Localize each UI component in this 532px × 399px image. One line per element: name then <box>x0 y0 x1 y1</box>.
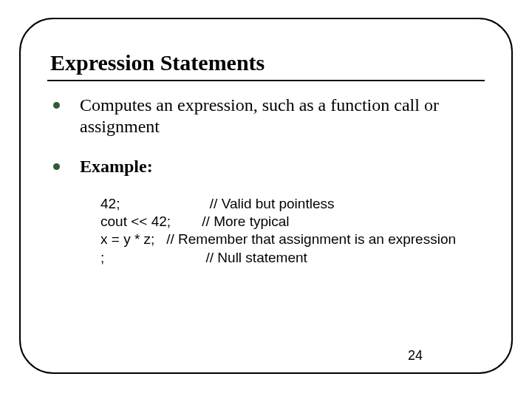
bullet-text: Example: <box>80 157 153 176</box>
bullet-item: Computes an expression, such as a functi… <box>47 95 485 138</box>
slide-frame: Expression Statements Computes an expres… <box>19 18 513 374</box>
title-underline <box>47 80 485 81</box>
bullet-icon <box>53 102 60 109</box>
code-line: x = y * z; // Remember that assignment i… <box>100 231 456 247</box>
bullet-list: Computes an expression, such as a functi… <box>47 95 485 177</box>
bullet-icon <box>53 163 60 170</box>
code-line: ; // Null statement <box>100 250 307 265</box>
code-line: cout << 42; // More typical <box>100 214 290 229</box>
slide-title: Expression Statements <box>50 50 485 75</box>
slide: Expression Statements Computes an expres… <box>0 0 532 399</box>
bullet-item: Example: <box>47 156 485 177</box>
code-example: 42; // Valid but pointless cout << 42; /… <box>100 195 485 267</box>
code-line: 42; // Valid but pointless <box>100 196 334 211</box>
page-number: 24 <box>408 348 423 364</box>
bullet-text: Computes an expression, such as a functi… <box>80 95 439 136</box>
